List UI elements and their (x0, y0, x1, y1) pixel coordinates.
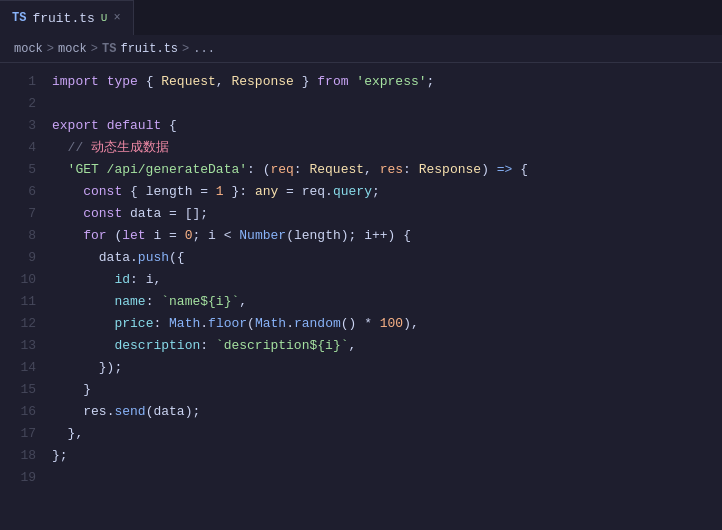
code-line-14: }); (52, 357, 722, 379)
code-line-19 (52, 467, 722, 489)
code-line-10: id: i, (52, 269, 722, 291)
code-line-18: }; (52, 445, 722, 467)
line-numbers: 1 2 3 4 5 6 7 8 9 10 11 12 13 14 15 16 1… (0, 63, 48, 530)
code-line-3: export default { (52, 115, 722, 137)
breadcrumb-sep1: > (47, 42, 54, 56)
code-line-7: const data = []; (52, 203, 722, 225)
modified-indicator: U (101, 12, 108, 24)
breadcrumb-sep2: > (91, 42, 98, 56)
code-line-1: import type { Request, Response } from '… (52, 71, 722, 93)
code-line-12: price: Math.floor(Math.random() * 100), (52, 313, 722, 335)
breadcrumb: mock > mock > TS fruit.ts > ... (0, 35, 722, 63)
code-line-8: for (let i = 0; i < Number(length); i++)… (52, 225, 722, 247)
code-line-13: description: `description${i}`, (52, 335, 722, 357)
code-line-15: } (52, 379, 722, 401)
code-line-2 (52, 93, 722, 115)
breadcrumb-mock1: mock (14, 42, 43, 56)
tab-fruit-ts[interactable]: TS fruit.ts U × (0, 0, 134, 35)
code-container: 1 2 3 4 5 6 7 8 9 10 11 12 13 14 15 16 1… (0, 63, 722, 530)
tab-filename: fruit.ts (32, 11, 94, 26)
breadcrumb-filename: fruit.ts (120, 42, 178, 56)
code-line-4: // 动态生成数据 (52, 137, 722, 159)
code-line-11: name: `name${i}`, (52, 291, 722, 313)
code-line-16: res.send(data); (52, 401, 722, 423)
breadcrumb-sep3: > (182, 42, 189, 56)
code-line-6: const { length = 1 }: any = req.query; (52, 181, 722, 203)
breadcrumb-ts-badge: TS (102, 42, 116, 56)
close-tab-button[interactable]: × (113, 11, 120, 25)
ts-badge: TS (12, 11, 26, 25)
code-line-17: }, (52, 423, 722, 445)
code-editor[interactable]: import type { Request, Response } from '… (48, 63, 722, 530)
breadcrumb-ellipsis: ... (193, 42, 215, 56)
code-line-5: 'GET /api/generateData': (req: Request, … (52, 159, 722, 181)
code-line-9: data.push({ (52, 247, 722, 269)
breadcrumb-mock2: mock (58, 42, 87, 56)
tab-bar: TS fruit.ts U × (0, 0, 722, 35)
